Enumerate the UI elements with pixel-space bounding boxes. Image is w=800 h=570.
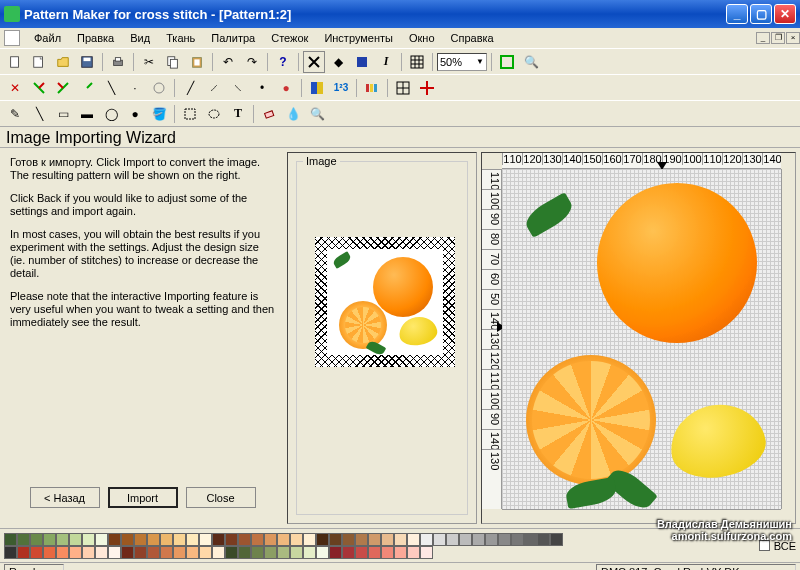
color-swatch[interactable]: [511, 533, 524, 546]
outline3-icon[interactable]: ⟍: [227, 77, 249, 99]
color-swatch[interactable]: [95, 546, 108, 559]
menu-window[interactable]: Окно: [401, 30, 443, 46]
color-swatch[interactable]: [290, 546, 303, 559]
symbol-view-icon[interactable]: ◆: [327, 51, 349, 73]
color-swatch[interactable]: [134, 546, 147, 559]
color-swatch[interactable]: [108, 533, 121, 546]
one-two-three-icon[interactable]: 1²3: [330, 77, 352, 99]
color-swatch[interactable]: [407, 546, 420, 559]
grid-toggle-icon[interactable]: [406, 51, 428, 73]
menu-tools[interactable]: Инструменты: [316, 30, 401, 46]
bead-icon[interactable]: ●: [275, 77, 297, 99]
color-swatch[interactable]: [238, 546, 251, 559]
close-wizard-button[interactable]: Close: [186, 487, 256, 508]
color-swatch[interactable]: [251, 533, 264, 546]
color-swatch[interactable]: [368, 546, 381, 559]
menu-edit[interactable]: Правка: [69, 30, 122, 46]
zoom-icon[interactable]: 🔍: [306, 103, 328, 125]
new-button[interactable]: [4, 51, 26, 73]
color-swatch[interactable]: [186, 546, 199, 559]
palette-all-checkbox[interactable]: [759, 540, 770, 551]
color-swatch[interactable]: [17, 546, 30, 559]
cross-stitch-icon[interactable]: ✕: [4, 77, 26, 99]
color-swatch[interactable]: [381, 533, 394, 546]
help-button[interactable]: ?: [272, 51, 294, 73]
color-split-icon[interactable]: [306, 77, 328, 99]
menu-help[interactable]: Справка: [443, 30, 502, 46]
color-swatch[interactable]: [225, 546, 238, 559]
pencil-icon[interactable]: ✎: [4, 103, 26, 125]
color-swatch[interactable]: [277, 533, 290, 546]
minimize-button[interactable]: _: [726, 4, 748, 24]
filled-ellipse-icon[interactable]: ●: [124, 103, 146, 125]
color-swatch[interactable]: [212, 546, 225, 559]
color-swatch[interactable]: [316, 546, 329, 559]
copy-button[interactable]: [162, 51, 184, 73]
full-stitch-icon[interactable]: [303, 51, 325, 73]
menu-view[interactable]: Вид: [122, 30, 158, 46]
close-button[interactable]: ✕: [774, 4, 796, 24]
color-swatch[interactable]: [264, 533, 277, 546]
color-swatch[interactable]: [160, 533, 173, 546]
color-swatch[interactable]: [368, 533, 381, 546]
fit-window-icon[interactable]: [496, 51, 518, 73]
color-swatch[interactable]: [121, 546, 134, 559]
color-swatch[interactable]: [95, 533, 108, 546]
outline2-icon[interactable]: ⟋: [203, 77, 225, 99]
import-button[interactable]: Import: [108, 487, 178, 508]
color-swatch[interactable]: [30, 546, 43, 559]
color-swatch[interactable]: [173, 546, 186, 559]
color-swatch[interactable]: [4, 533, 17, 546]
scrollbar-vertical[interactable]: [781, 169, 795, 509]
color-swatch[interactable]: [69, 533, 82, 546]
color-swatch[interactable]: [30, 533, 43, 546]
color-swatch[interactable]: [17, 533, 30, 546]
mdi-close-button[interactable]: ×: [786, 32, 800, 44]
outline1-icon[interactable]: ╱: [179, 77, 201, 99]
quarter-stitch-icon[interactable]: [76, 77, 98, 99]
color-swatch[interactable]: [108, 546, 121, 559]
color-swatch[interactable]: [537, 533, 550, 546]
auto-stitch-icon[interactable]: [148, 77, 170, 99]
color-swatch[interactable]: [199, 533, 212, 546]
color-swatch[interactable]: [485, 533, 498, 546]
color-swatch[interactable]: [316, 533, 329, 546]
select-free-icon[interactable]: [203, 103, 225, 125]
color-swatch[interactable]: [472, 533, 485, 546]
pattern-canvas[interactable]: [502, 169, 781, 509]
color-swatch[interactable]: [446, 533, 459, 546]
color-swatch[interactable]: [225, 533, 238, 546]
paste-button[interactable]: [186, 51, 208, 73]
half-stitch-tl-icon[interactable]: [28, 77, 50, 99]
color-swatch[interactable]: [264, 546, 277, 559]
redo-button[interactable]: ↷: [241, 51, 263, 73]
wizard-button[interactable]: [28, 51, 50, 73]
mdi-minimize-button[interactable]: _: [756, 32, 770, 44]
color-swatch[interactable]: [355, 533, 368, 546]
color-swatch[interactable]: [43, 533, 56, 546]
cut-button[interactable]: ✂: [138, 51, 160, 73]
petit-stitch-icon[interactable]: ·: [124, 77, 146, 99]
color-view-icon[interactable]: [351, 51, 373, 73]
text-icon[interactable]: T: [227, 103, 249, 125]
color-swatch[interactable]: [147, 533, 160, 546]
center-grid-icon[interactable]: [392, 77, 414, 99]
eyedropper-icon[interactable]: 💧: [282, 103, 304, 125]
center-mark-icon[interactable]: [416, 77, 438, 99]
ruler-horizontal[interactable]: 1101201301401501601701801901001101201301…: [502, 153, 781, 169]
color-swatch[interactable]: [394, 546, 407, 559]
color-swatch[interactable]: [134, 533, 147, 546]
select-rect-icon[interactable]: [179, 103, 201, 125]
color-swatch[interactable]: [303, 533, 316, 546]
zoom-tool-icon[interactable]: 🔍: [520, 51, 542, 73]
open-button[interactable]: [52, 51, 74, 73]
color-swatch[interactable]: [524, 533, 537, 546]
color-swatch[interactable]: [277, 546, 290, 559]
half-stitch-tr-icon[interactable]: [52, 77, 74, 99]
mdi-restore-button[interactable]: ❐: [771, 32, 785, 44]
palette-bar-icon[interactable]: [361, 77, 383, 99]
color-swatch[interactable]: [238, 533, 251, 546]
color-swatch[interactable]: [82, 533, 95, 546]
zoom-combo[interactable]: 50%▼: [437, 53, 487, 71]
back-button[interactable]: < Назад: [30, 487, 100, 508]
